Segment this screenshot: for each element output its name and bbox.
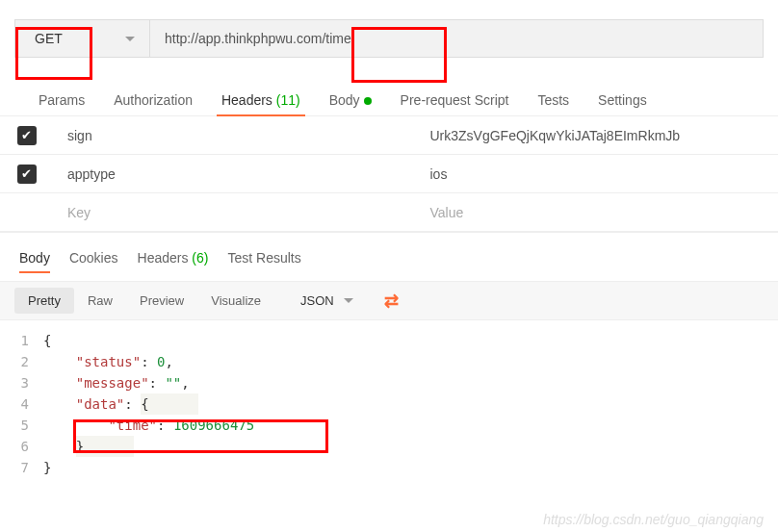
format-dropdown[interactable]: JSON bbox=[289, 288, 365, 314]
chevron-down-icon bbox=[125, 37, 135, 41]
row-checkbox[interactable]: ✔ bbox=[17, 165, 37, 184]
line-number: 7 bbox=[14, 457, 43, 478]
header-key-placeholder[interactable]: Key bbox=[53, 205, 416, 220]
chevron-down-icon bbox=[344, 298, 353, 303]
table-row: Key Value bbox=[0, 193, 778, 232]
tab-response-headers[interactable]: Headers (6) bbox=[138, 242, 209, 273]
method-text: GET bbox=[35, 31, 125, 46]
line-number: 3 bbox=[14, 372, 43, 393]
tab-headers[interactable]: Headers (11) bbox=[207, 85, 315, 115]
check-icon: ✔ bbox=[21, 128, 32, 142]
response-tabs: Body Cookies Headers (6) Test Results bbox=[0, 242, 778, 273]
line-number: 5 bbox=[14, 415, 43, 436]
view-raw-button[interactable]: Raw bbox=[74, 288, 126, 314]
method-dropdown[interactable]: GET bbox=[15, 20, 150, 57]
url-input[interactable] bbox=[150, 20, 763, 57]
row-checkbox-cell: ✔ bbox=[0, 165, 53, 184]
header-value-placeholder[interactable]: Value bbox=[416, 205, 779, 220]
response-toolbar: Pretty Raw Preview Visualize JSON ⇄ bbox=[0, 281, 778, 320]
tab-authorization[interactable]: Authorization bbox=[99, 85, 207, 115]
view-preview-button[interactable]: Preview bbox=[126, 288, 197, 314]
table-row: ✔ apptype ios bbox=[0, 155, 778, 193]
line-number: 1 bbox=[14, 330, 43, 351]
view-pretty-button[interactable]: Pretty bbox=[14, 288, 74, 314]
tab-response-body[interactable]: Body bbox=[19, 242, 50, 273]
tab-response-test-results[interactable]: Test Results bbox=[227, 242, 300, 273]
header-key[interactable]: apptype bbox=[53, 166, 416, 182]
line-number: 4 bbox=[14, 393, 43, 415]
row-checkbox-cell: ✔ bbox=[0, 126, 53, 145]
tab-response-cookies[interactable]: Cookies bbox=[69, 242, 118, 273]
request-tabs: Params Authorization Headers (11) Body P… bbox=[0, 85, 778, 116]
view-visualize-button[interactable]: Visualize bbox=[197, 288, 274, 314]
tab-prerequest[interactable]: Pre-request Script bbox=[386, 85, 524, 115]
headers-table: ✔ sign Urk3ZsVgGFeQjKqwYkiJATaj8EImRkmJb… bbox=[0, 116, 778, 233]
line-number: 2 bbox=[14, 351, 43, 372]
check-icon: ✔ bbox=[21, 166, 32, 181]
table-row: ✔ sign Urk3ZsVgGFeQjKqwYkiJATaj8EImRkmJb bbox=[0, 116, 778, 155]
row-checkbox[interactable]: ✔ bbox=[17, 126, 37, 145]
header-key[interactable]: sign bbox=[53, 128, 416, 143]
watermark: https://blog.csdn.net/guo_qiangqiang bbox=[543, 512, 764, 527]
tab-tests[interactable]: Tests bbox=[523, 85, 584, 115]
tab-body[interactable]: Body bbox=[315, 85, 386, 115]
wrap-lines-icon[interactable]: ⇄ bbox=[384, 291, 399, 312]
header-value[interactable]: Urk3ZsVgGFeQjKqwYkiJATaj8EImRkmJb bbox=[416, 128, 779, 143]
response-body-code[interactable]: 1{ 2 "status": 0, 3 "message": "", 4 "da… bbox=[0, 320, 778, 478]
tab-params[interactable]: Params bbox=[24, 85, 99, 115]
line-number: 6 bbox=[14, 436, 43, 457]
tab-settings[interactable]: Settings bbox=[584, 85, 661, 115]
header-value[interactable]: ios bbox=[416, 166, 779, 182]
request-bar: GET bbox=[14, 19, 764, 58]
body-indicator-icon bbox=[364, 97, 372, 105]
